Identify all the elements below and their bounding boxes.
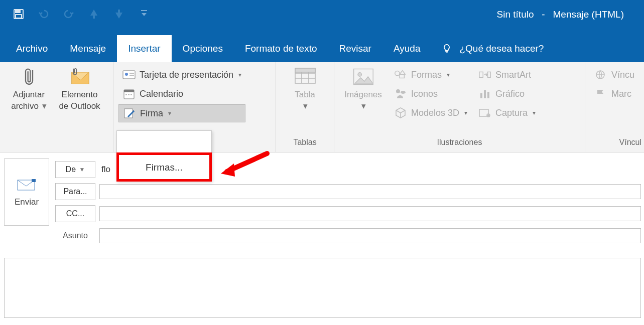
group-label-ilustraciones: Ilustraciones	[334, 135, 585, 152]
attach-file-button[interactable]: Adjuntar archivo ▾	[5, 66, 53, 112]
subject-input[interactable]	[99, 228, 641, 243]
group-label-tablas: Tablas	[276, 135, 334, 152]
shapes-label: Formas	[411, 70, 442, 80]
business-card-icon	[122, 68, 136, 81]
ribbon: Adjuntar archivo ▾ Elemento de Outlook	[0, 62, 644, 152]
lightbulb-icon	[441, 43, 452, 54]
svg-rect-20	[295, 68, 315, 72]
to-input[interactable]	[99, 184, 641, 199]
outlook-item-button[interactable]: Elemento de Outlook	[56, 66, 103, 112]
doc-title: Sin título	[497, 9, 534, 20]
svg-rect-28	[488, 72, 491, 77]
smartart-icon	[478, 68, 491, 81]
to-button[interactable]: Para...	[55, 183, 95, 200]
send-button[interactable]: Enviar	[4, 158, 49, 226]
table-button[interactable]: Tabla ▾	[281, 66, 329, 112]
bookmark-button[interactable]: Marc	[590, 85, 638, 102]
signature-dropdown: Firmas...	[116, 130, 212, 182]
svg-rect-12	[128, 94, 130, 95]
signature-icon	[123, 107, 136, 120]
message-body[interactable]	[4, 258, 641, 318]
chevron-down-icon: ▾	[464, 109, 467, 116]
undo-icon[interactable]	[37, 8, 50, 21]
previous-item-icon[interactable]	[87, 8, 100, 21]
svg-rect-30	[484, 90, 486, 98]
picture-icon	[352, 66, 374, 88]
table-label: Tabla	[295, 89, 315, 100]
signatures-menu-label: Firmas...	[146, 162, 183, 173]
globe-link-icon	[594, 68, 607, 81]
cc-input[interactable]	[99, 206, 641, 221]
tab-opciones[interactable]: Opciones	[172, 35, 234, 62]
illus-stack-1: Formas ▾ Iconos Modelos 3D ▾	[390, 66, 471, 121]
business-card-button[interactable]: Tarjeta de presentación ▾	[118, 66, 245, 83]
illus-stack-2: SmartArt Gráfico Captura ▾	[474, 66, 540, 121]
tell-me[interactable]: ¿Qué desea hacer?	[441, 35, 544, 62]
svg-rect-2	[16, 15, 22, 18]
chevron-down-icon: ▾	[42, 101, 47, 111]
quick-access-toolbar	[0, 0, 151, 28]
svg-rect-8	[130, 75, 134, 76]
cc-button[interactable]: CC...	[55, 205, 95, 222]
tab-revisar[interactable]: Revisar	[328, 35, 382, 62]
title-separator: -	[542, 9, 545, 20]
links-stack: Víncu Marc	[590, 66, 638, 119]
smartart-label: SmartArt	[495, 70, 531, 80]
from-label: De	[66, 165, 76, 174]
from-button[interactable]: De ▼	[55, 161, 95, 178]
attach-file-l1: Adjuntar	[13, 89, 45, 100]
smartart-button[interactable]: SmartArt	[474, 66, 540, 83]
svg-point-23	[395, 71, 400, 76]
chevron-down-icon: ▾	[361, 101, 366, 111]
signatures-menu-item[interactable]: Firmas...	[117, 154, 211, 181]
window-title: Sin título - Mensaje (HTML)	[497, 9, 624, 20]
svg-rect-3	[141, 10, 147, 11]
chart-button[interactable]: Gráfico	[474, 85, 540, 102]
images-button[interactable]: Imágenes ▾	[339, 66, 387, 112]
hyperlink-label: Víncu	[611, 70, 634, 80]
screenshot-icon	[478, 106, 491, 119]
models3d-button[interactable]: Modelos 3D ▾	[390, 104, 471, 121]
group-label-incluir	[0, 135, 113, 152]
group-incluir: Adjuntar archivo ▾ Elemento de Outlook	[0, 62, 113, 152]
shapes-button[interactable]: Formas ▾	[390, 66, 471, 83]
save-icon[interactable]	[12, 8, 25, 21]
svg-point-22	[358, 73, 361, 76]
envelope-send-icon	[16, 177, 38, 192]
svg-point-6	[125, 73, 128, 76]
redo-icon[interactable]	[62, 8, 75, 21]
chevron-down-icon: ▾	[238, 71, 241, 78]
tab-ayuda[interactable]: Ayuda	[382, 35, 432, 62]
flag-icon	[594, 87, 607, 100]
bookmark-label: Marc	[611, 89, 631, 99]
chart-icon	[478, 87, 491, 100]
to-row: Para...	[49, 181, 641, 203]
cube-icon	[394, 106, 407, 119]
paperclip-icon	[18, 66, 40, 88]
table-icon	[294, 66, 316, 88]
icons-label: Iconos	[411, 89, 438, 99]
svg-rect-7	[130, 73, 134, 74]
tab-mensaje[interactable]: Mensaje	[59, 35, 117, 62]
chevron-down-icon: ▼	[79, 166, 85, 173]
signature-button[interactable]: Firma ▾	[118, 104, 245, 122]
tab-formato[interactable]: Formato de texto	[234, 35, 328, 62]
signature-label: Firma	[140, 108, 163, 119]
hyperlink-button[interactable]: Víncu	[590, 66, 638, 83]
from-value: flo	[99, 165, 110, 175]
customize-qat-icon[interactable]	[138, 8, 151, 21]
svg-rect-38	[32, 179, 36, 182]
next-item-icon[interactable]	[112, 8, 125, 21]
chevron-down-icon: ▾	[168, 110, 171, 117]
icons-icon	[394, 87, 407, 100]
subject-label: Asunto	[55, 231, 95, 240]
tab-archivo[interactable]: Archivo	[5, 35, 59, 62]
icons-button[interactable]: Iconos	[390, 85, 471, 102]
calendar-button[interactable]: Calendario	[118, 85, 245, 102]
screenshot-button[interactable]: Captura ▾	[474, 104, 540, 121]
chevron-down-icon: ▾	[447, 71, 450, 78]
compose-area: Enviar De ▼ flo Para... CC... Asunto	[4, 158, 641, 247]
calendar-label: Calendario	[140, 89, 183, 99]
tab-insertar[interactable]: Insertar	[117, 35, 171, 62]
svg-rect-10	[124, 90, 134, 92]
